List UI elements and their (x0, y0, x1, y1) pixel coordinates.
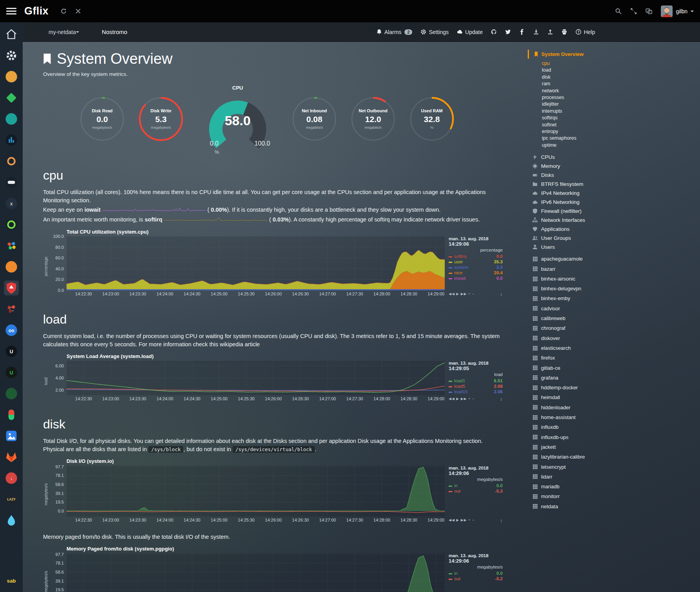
search-icon[interactable] (615, 8, 622, 14)
dock-app-equalizer[interactable] (4, 133, 19, 148)
menu-app-firefox[interactable]: firefox (528, 353, 619, 363)
menu-sub-softirqs[interactable]: softirqs (542, 115, 619, 121)
chart-toolbar[interactable]: ◀◀ ▶ ▶▶ + − (449, 292, 474, 297)
windows-icon[interactable] (646, 8, 652, 14)
dock-app-green-ring[interactable] (4, 217, 19, 232)
dock-app-goggles[interactable] (4, 175, 19, 190)
chart-resize-handle[interactable]: ↕ (500, 292, 503, 297)
dock-app-graph[interactable] (4, 238, 19, 253)
menu-item-system-overview[interactable]: System Overview (528, 50, 619, 59)
menu-app-binhex-delugevpn[interactable]: binhex-delugevpn (528, 284, 619, 293)
menu-sub-ipc-semaphores[interactable]: ipc semaphores (542, 135, 619, 142)
dock-app-drop[interactable] (4, 513, 19, 528)
menu-sub-disk[interactable]: disk (542, 74, 619, 81)
menu-sub-idlejitter[interactable]: idlejitter (542, 101, 619, 108)
menu-app-letsencrypt[interactable]: letsencrypt (528, 462, 619, 472)
menu-sub-cpu[interactable]: cpu (542, 60, 619, 67)
menu-sub-network[interactable]: network (542, 88, 619, 94)
menu-sub-processes[interactable]: processes (542, 94, 619, 101)
app-brand[interactable]: Gflix (24, 5, 49, 17)
dock-app-orange-2[interactable] (4, 259, 19, 274)
menu-sub-interrupts[interactable]: interrupts (542, 108, 619, 115)
menu-app-home-assistant[interactable]: home-assistant (528, 412, 619, 422)
legend-user[interactable]: user35.3 (449, 259, 503, 265)
gauge-cpu[interactable]: CPU 58.0 0.0100.0% (197, 85, 279, 153)
dock-app-green-diamond[interactable] (4, 90, 19, 105)
legend-iowait[interactable]: iowait0.0 (449, 275, 503, 281)
chart-cpu[interactable]: Total CPU utilization (system.cpu) perce… (43, 229, 503, 297)
dock-app-download[interactable]: ↓ (4, 471, 19, 486)
menu-sub-uptime[interactable]: uptime (542, 142, 619, 149)
menu-sub-load[interactable]: load (542, 67, 619, 74)
gauge-net-inbound[interactable]: Net Inbound0.08megabits/s (291, 96, 337, 142)
dock-app-dark[interactable]: x (4, 196, 19, 211)
menu-app-influxdb-ups[interactable]: influxdb-ups (528, 432, 619, 442)
facebook-button[interactable] (519, 29, 525, 35)
chart-plot-pgpgio[interactable]: 14:22:3014:23:0014:23:3014:24:0014:24:30… (67, 553, 445, 592)
menu-section-memory[interactable]: Memory (528, 162, 619, 171)
dock-app-black-u[interactable]: U (4, 344, 19, 359)
refresh-icon[interactable] (60, 8, 67, 14)
menu-section-user-groups[interactable]: User Groups (528, 234, 619, 243)
menu-app-chronograf[interactable]: chronograf (528, 323, 619, 333)
update-button[interactable]: Update (457, 29, 483, 35)
legend-in[interactable]: in0.0 (449, 570, 503, 576)
menu-app-hiddenloader[interactable]: hiddenloader (528, 403, 619, 412)
user-menu[interactable]: gilbn (661, 5, 694, 17)
hostname[interactable]: Nostromo (102, 29, 127, 35)
menu-app-binhex-airsonic[interactable]: binhex-airsonic (528, 274, 619, 284)
legend-nice[interactable]: nice20.4 (449, 270, 503, 275)
server-dropdown[interactable]: my-netdata (49, 29, 79, 35)
chart-resize-handle[interactable]: ↕ (500, 518, 503, 523)
menu-app-influxdb[interactable]: influxdb (528, 422, 619, 432)
dock-app-green-u[interactable]: U (4, 365, 19, 380)
dock-lazylibrarian[interactable]: LAZY (4, 492, 19, 507)
legend-in[interactable]: in0.0 (449, 483, 503, 488)
menu-sub-entropy[interactable]: entropy (542, 128, 619, 135)
dock-app-red-shield[interactable] (4, 281, 19, 295)
chart-resize-handle[interactable]: ↕ (500, 397, 503, 401)
chart-pgpgio[interactable]: Memory Paged from/to disk (system.pgpgio… (43, 546, 503, 592)
menu-app-grafana[interactable]: grafana (528, 373, 619, 383)
gauge-used-ram[interactable]: Used RAM32.8% (409, 96, 455, 142)
chart-plot-load[interactable]: 14:22:3014:23:0014:23:3014:24:0014:24:30… (67, 361, 445, 395)
legend-out[interactable]: out-5.2 (449, 576, 503, 581)
menu-section-ipv6-networking[interactable]: IPv6 Networking (528, 198, 619, 207)
menu-app-diskover[interactable]: diskover (528, 333, 619, 343)
menu-app-mariadb[interactable]: mariadb (528, 482, 619, 491)
gauge-disk-read[interactable]: Disk Read0.0megabytes/s (79, 96, 125, 142)
menu-app-jackett[interactable]: jackett (528, 442, 619, 452)
close-icon[interactable] (75, 8, 81, 14)
menu-app-gitlab-ce[interactable]: gitlab-ce (528, 363, 619, 373)
menu-section-cpus[interactable]: CPUs (528, 153, 619, 162)
gauge-disk-write[interactable]: Disk Write5.3megabytes/s (138, 96, 184, 142)
download-button[interactable] (533, 29, 539, 35)
gauge-net-outbound[interactable]: Net Outbound12.0megabits/s (350, 96, 396, 142)
menu-app-hddtemp-docker[interactable]: hddtemp-docker (528, 383, 619, 392)
legend-system[interactable]: system2.3 (449, 265, 503, 270)
chart-toolbar[interactable]: ◀◀ ▶ ▶▶ + − (449, 397, 474, 401)
alarms-button[interactable]: Alarms 2 (376, 29, 413, 35)
github-button[interactable] (491, 29, 497, 35)
legend-softirq[interactable]: softirq0.0 (449, 254, 503, 259)
legend-load5[interactable]: load52.68 (449, 383, 503, 389)
menu-app-elasticsearch[interactable]: elasticsearch (528, 343, 619, 353)
dock-gitlab[interactable] (4, 450, 19, 464)
menu-section-firewall-netfilter-[interactable]: Firewall (netfilter) (528, 207, 619, 216)
dock-app-teal[interactable] (4, 112, 19, 126)
dock-app-orange[interactable] (4, 69, 19, 84)
legend-out[interactable]: out-5.3 (449, 488, 503, 494)
menu-section-ipv4-networking[interactable]: IPv4 Networking (528, 189, 619, 198)
print-button[interactable] (561, 29, 567, 35)
settings-button[interactable]: Settings (420, 29, 449, 35)
menu-section-btrfs-filesystem[interactable]: BTRFS filesystem (528, 180, 619, 189)
dock-app-red-dots[interactable] (4, 302, 19, 317)
menu-app-heimdall[interactable]: heimdall (528, 392, 619, 402)
dock-app-photo[interactable] (4, 428, 19, 443)
menu-section-disks[interactable]: Disks (528, 171, 619, 180)
chart-load[interactable]: System Load Average (system.load) load 2… (43, 353, 503, 401)
legend-load1[interactable]: load16.51 (449, 378, 503, 383)
help-button[interactable]: Help (576, 29, 595, 35)
menu-sub-ram[interactable]: ram (542, 81, 619, 87)
chart-plot-cpu[interactable]: 14:22:3014:23:0014:23:3014:24:0014:24:30… (67, 236, 445, 290)
